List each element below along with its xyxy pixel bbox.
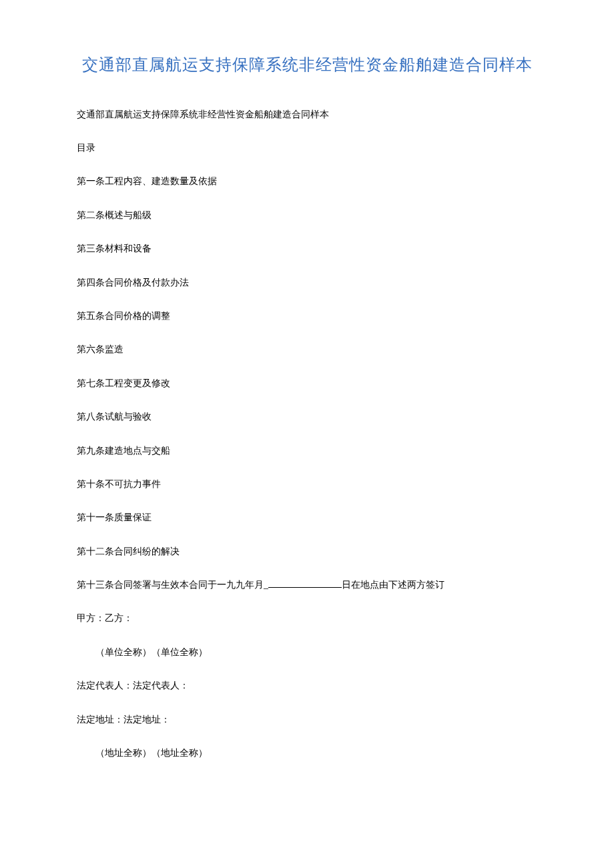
article-2: 第二条概述与船级 <box>77 208 537 223</box>
article-1: 第一条工程内容、建造数量及依据 <box>77 174 537 189</box>
parties: 甲方：乙方： <box>77 611 537 626</box>
article-3: 第三条材料和设备 <box>77 242 537 256</box>
article-4: 第四条合同价格及付款办法 <box>77 276 537 290</box>
unit-names: （单位全称）（单位全称） <box>77 645 537 660</box>
article-13-prefix: 第十三条合同签署与生效本合同于一九九年月_ <box>77 580 268 590</box>
article-13-suffix: 日在地点由下述两方签订 <box>342 580 444 590</box>
article-8: 第八条试航与验收 <box>77 410 537 424</box>
article-5: 第五条合同价格的调整 <box>77 309 537 324</box>
document-title: 交通部直属航运支持保障系统非经营性资金船舶建造合同样本 <box>77 50 537 81</box>
article-10: 第十条不可抗力事件 <box>77 477 537 492</box>
article-11: 第十一条质量保证 <box>77 510 537 525</box>
article-6: 第六条监造 <box>77 342 537 357</box>
address-names: （地址全称）（地址全称） <box>77 746 537 761</box>
article-7: 第七条工程变更及修改 <box>77 376 537 391</box>
article-12: 第十二条合同纠纷的解决 <box>77 544 537 559</box>
article-9: 第九条建造地点与交船 <box>77 444 537 458</box>
article-13: 第十三条合同签署与生效本合同于一九九年月_日在地点由下述两方签订 <box>77 578 537 592</box>
document-body: 交通部直属航运支持保障系统非经营性资金船舶建造合同样本 目录 第一条工程内容、建… <box>77 107 537 761</box>
toc-label: 目录 <box>77 141 537 155</box>
legal-representatives: 法定代表人：法定代表人： <box>77 679 537 693</box>
legal-addresses: 法定地址：法定地址： <box>77 713 537 727</box>
subtitle: 交通部直属航运支持保障系统非经营性资金船舶建造合同样本 <box>77 107 537 122</box>
blank-underline <box>268 578 342 588</box>
